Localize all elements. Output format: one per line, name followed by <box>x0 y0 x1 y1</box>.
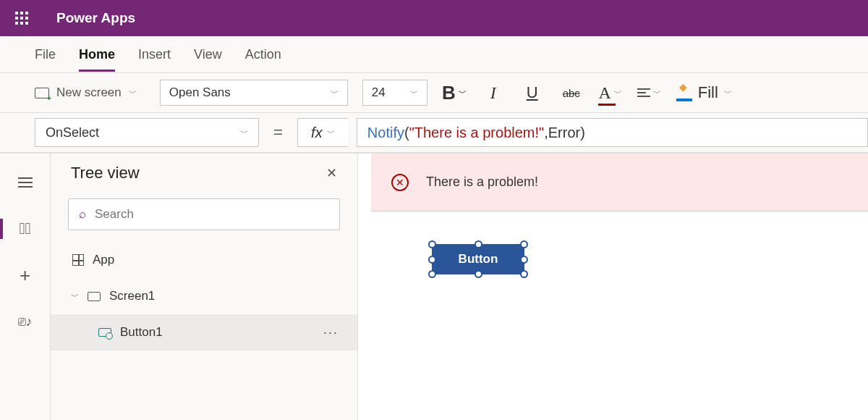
font-family-select[interactable]: Open Sans ﹀ <box>160 80 348 106</box>
resize-handle[interactable] <box>428 270 436 278</box>
tree-search[interactable]: ⌕ <box>68 198 340 230</box>
resize-handle[interactable] <box>428 256 436 264</box>
font-color-letter: A <box>599 83 611 103</box>
chevron-down-icon[interactable]: ﹀ <box>71 291 79 302</box>
menu-view[interactable]: View <box>194 47 222 72</box>
resize-handle[interactable] <box>520 256 528 264</box>
rail-media[interactable]: ⎚♪ <box>11 308 40 335</box>
notification-text: There is a problem! <box>426 175 538 190</box>
rail-insert[interactable]: + <box>11 262 40 288</box>
equals-label: = <box>268 123 289 142</box>
bold-label: B <box>442 82 456 104</box>
chevron-down-icon: ﹀ <box>327 127 335 138</box>
chevron-down-icon: ﹀ <box>410 88 418 98</box>
hamburger-icon <box>18 177 33 188</box>
formula-input[interactable]: Notify( "There is a problem!" , Error) <box>357 118 868 147</box>
screen-plus-icon <box>35 88 49 98</box>
formula-arg: Error <box>548 125 580 141</box>
chevron-down-icon: ﹀ <box>459 88 467 98</box>
font-family-value: Open Sans <box>169 85 231 100</box>
menu-file[interactable]: File <box>35 47 56 72</box>
fill-icon <box>676 87 692 98</box>
menu-insert[interactable]: Insert <box>138 47 171 72</box>
rail-hamburger[interactable] <box>11 169 40 196</box>
canvas[interactable]: ✕ There is a problem! Button <box>358 154 868 420</box>
underline-button[interactable]: U <box>520 83 545 102</box>
screen-icon <box>88 292 101 301</box>
chevron-down-icon: ﹀ <box>240 127 248 138</box>
more-icon[interactable]: ··· <box>323 325 339 340</box>
menubar: File Home Insert View Action <box>0 36 868 72</box>
font-size-select[interactable]: 24 ﹀ <box>362 80 427 106</box>
italic-button[interactable]: I <box>481 83 506 103</box>
chevron-down-icon: ﹀ <box>129 88 137 98</box>
formula-string: "There is a problem!" <box>409 125 545 141</box>
tree-node-button1[interactable]: Button1 ··· <box>51 314 357 350</box>
menu-action[interactable]: Action <box>245 47 281 72</box>
search-icon: ⌕ <box>79 207 86 222</box>
resize-handle[interactable] <box>428 240 436 248</box>
tree-node-label: App <box>93 253 114 267</box>
resize-handle[interactable] <box>475 240 482 248</box>
fx-button[interactable]: fx ﹀ <box>297 118 348 147</box>
font-size-value: 24 <box>372 85 386 100</box>
bold-button[interactable]: B ﹀ <box>442 82 467 104</box>
resize-handle[interactable] <box>475 270 482 278</box>
rail-tree-view[interactable]: ☰⃞ <box>11 216 40 242</box>
font-color-button[interactable]: A ﹀ <box>598 83 623 103</box>
align-button[interactable]: ﹀ <box>637 88 662 98</box>
canvas-button[interactable]: Button <box>432 244 524 274</box>
chevron-down-icon: ﹀ <box>331 88 339 98</box>
close-icon[interactable]: ✕ <box>326 165 337 181</box>
property-value: OnSelect <box>46 125 99 140</box>
chevron-down-icon: ﹀ <box>724 88 732 98</box>
formula-fn: Notify <box>367 125 404 141</box>
menu-home[interactable]: Home <box>79 47 115 72</box>
tree-title: Tree view <box>71 164 140 182</box>
waffle-icon[interactable] <box>7 4 36 33</box>
app-title: Power Apps <box>56 10 135 26</box>
formula-bar: OnSelect ﹀ = fx ﹀ Notify( "There is a pr… <box>0 113 868 154</box>
toolbar: New screen ﹀ Open Sans ﹀ 24 ﹀ B ﹀ I U ab… <box>0 72 868 113</box>
main: ☰⃞ + ⎚♪ Tree view ✕ ⌕ App ﹀ Screen1 Butt… <box>0 154 868 420</box>
button-icon <box>98 328 111 337</box>
notification-banner: ✕ There is a problem! <box>371 154 868 211</box>
tree-node-app[interactable]: App <box>51 242 357 278</box>
property-select[interactable]: OnSelect ﹀ <box>35 118 259 147</box>
tree-node-screen1[interactable]: ﹀ Screen1 <box>51 278 357 314</box>
fx-label: fx <box>311 125 323 141</box>
chevron-down-icon: ﹀ <box>653 88 661 98</box>
align-icon <box>637 88 650 97</box>
left-rail: ☰⃞ + ⎚♪ <box>0 154 51 420</box>
search-input[interactable] <box>95 207 329 222</box>
canvas-button-label: Button <box>459 252 498 266</box>
fill-label: Fill <box>698 83 718 102</box>
tree-panel: Tree view ✕ ⌕ App ﹀ Screen1 Button1 ··· <box>51 154 358 420</box>
formula-close: ) <box>580 125 585 141</box>
strikethrough-button[interactable]: abc <box>559 87 584 99</box>
error-icon: ✕ <box>391 174 409 191</box>
resize-handle[interactable] <box>520 240 528 248</box>
tree-node-label: Screen1 <box>109 289 155 303</box>
new-screen-button[interactable]: New screen ﹀ <box>35 85 137 100</box>
tree-node-label: Button1 <box>120 325 163 340</box>
new-screen-label: New screen <box>56 85 122 100</box>
app-icon <box>72 254 84 266</box>
chevron-down-icon: ﹀ <box>614 88 622 98</box>
resize-handle[interactable] <box>520 270 528 278</box>
fill-button[interactable]: Fill ﹀ <box>676 83 732 102</box>
formula-open: ( <box>404 125 409 141</box>
app-header: Power Apps <box>0 0 868 36</box>
